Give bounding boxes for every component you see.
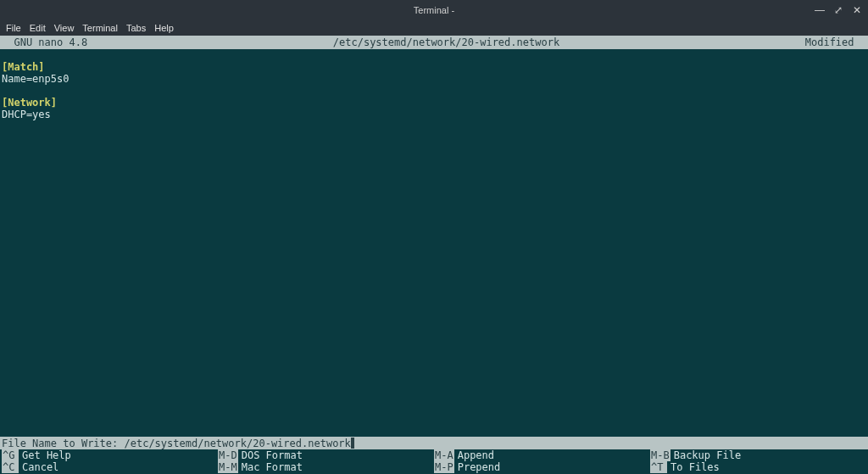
nano-filename: /etc/systemd/network/20-wired.network (87, 36, 805, 48)
shortcut-key: M-M (218, 461, 238, 473)
nano-header: GNU nano 4.8 /etc/systemd/network/20-wir… (0, 36, 868, 49)
shortcut-key: ^C (2, 461, 19, 473)
window-title: Terminal - (414, 5, 454, 15)
shortcut-key: M-D (218, 449, 238, 461)
shortcut-dos-format[interactable]: M-D DOS Format (218, 449, 434, 461)
nano-prompt[interactable]: File Name to Write: /etc/systemd/network… (0, 437, 868, 449)
nano-prompt-value: /etc/systemd/network/20-wired.network (125, 438, 351, 449)
nano-prompt-label: File Name to Write: (2, 438, 125, 449)
shortcut-label: Prepend (454, 461, 501, 473)
nano-modified-status: Modified (805, 36, 866, 48)
window-titlebar: Terminal - — ⤢ ✕ (0, 0, 868, 20)
shortcut-key: M-A (434, 449, 454, 461)
shortcut-key: ^G (2, 449, 19, 461)
menu-tabs[interactable]: Tabs (126, 23, 146, 33)
editor-area[interactable]: [Match] Name=enp5s0 [Network] DHCP=yes (0, 49, 868, 437)
shortcut-backup-file[interactable]: M-B Backup File (650, 449, 866, 461)
menu-file[interactable]: File (6, 23, 21, 33)
shortcut-row: ^C Cancel M-M Mac Format M-P Prepend ^T … (2, 461, 866, 473)
shortcut-key: ^T (650, 461, 667, 473)
menubar: File Edit View Terminal Tabs Help (0, 20, 868, 36)
ini-section-network: [Network] (2, 97, 57, 109)
shortcut-label: Mac Format (238, 461, 303, 473)
editor-line: DHCP=yes (2, 109, 51, 120)
text-cursor (351, 438, 354, 449)
shortcut-prepend[interactable]: M-P Prepend (434, 461, 650, 473)
shortcut-label: Get Help (19, 449, 71, 461)
shortcut-get-help[interactable]: ^G Get Help (2, 449, 218, 461)
nano-version: GNU nano 4.8 (2, 36, 87, 48)
window-maximize-button[interactable]: ⤢ (832, 4, 844, 16)
menu-view[interactable]: View (54, 23, 75, 33)
shortcut-label: Backup File (670, 449, 741, 461)
window-close-button[interactable]: ✕ (851, 4, 863, 16)
menu-terminal[interactable]: Terminal (82, 23, 118, 33)
shortcut-key: M-P (434, 461, 454, 473)
menu-edit[interactable]: Edit (30, 23, 46, 33)
shortcut-row: ^G Get Help M-D DOS Format M-A Append M-… (2, 449, 866, 461)
shortcut-cancel[interactable]: ^C Cancel (2, 461, 218, 473)
shortcut-label: DOS Format (238, 449, 303, 461)
editor-line: Name=enp5s0 (2, 73, 69, 85)
shortcut-label: Append (454, 449, 494, 461)
shortcut-mac-format[interactable]: M-M Mac Format (218, 461, 434, 473)
nano-shortcuts: ^G Get Help M-D DOS Format M-A Append M-… (0, 449, 868, 474)
shortcut-append[interactable]: M-A Append (434, 449, 650, 461)
shortcut-label: Cancel (19, 461, 58, 473)
shortcut-key: M-B (650, 449, 670, 461)
window-controls: — ⤢ ✕ (814, 0, 863, 20)
window-minimize-button[interactable]: — (814, 4, 826, 16)
menu-help[interactable]: Help (154, 23, 174, 33)
shortcut-to-files[interactable]: ^T To Files (650, 461, 866, 473)
ini-section-match: [Match] (2, 61, 45, 73)
shortcut-label: To Files (667, 461, 720, 473)
